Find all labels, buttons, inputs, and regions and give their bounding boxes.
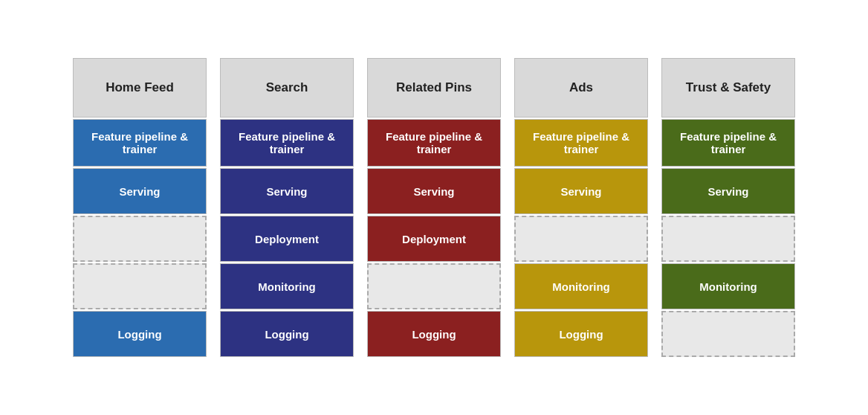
cell-search-4: Logging <box>220 311 354 357</box>
cell-home-feed-1: Serving <box>73 168 207 214</box>
cell-trust-safety-0: Feature pipeline & trainer <box>661 119 795 167</box>
cell-search-3: Monitoring <box>220 263 354 309</box>
cell-trust-safety-1: Serving <box>661 168 795 214</box>
cell-related-pins-2: Deployment <box>367 216 501 262</box>
column-ads: AdsFeature pipeline & trainerServingMoni… <box>514 58 648 357</box>
cell-ads-3: Monitoring <box>514 263 648 309</box>
cell-empty-home-feed-2 <box>73 216 207 262</box>
column-header-trust-safety: Trust & Safety <box>661 58 795 118</box>
cell-related-pins-4: Logging <box>367 311 501 357</box>
column-header-search: Search <box>220 58 354 118</box>
cell-home-feed-0: Feature pipeline & trainer <box>73 119 207 167</box>
cell-search-1: Serving <box>220 168 354 214</box>
cell-related-pins-0: Feature pipeline & trainer <box>367 119 501 167</box>
column-trust-safety: Trust & SafetyFeature pipeline & trainer… <box>661 58 795 357</box>
cell-search-0: Feature pipeline & trainer <box>220 119 354 167</box>
cell-empty-home-feed-3 <box>73 263 207 309</box>
cell-empty-related-pins-3 <box>367 263 501 309</box>
cell-ads-4: Logging <box>514 311 648 357</box>
cell-empty-ads-2 <box>514 216 648 262</box>
cell-empty-trust-safety-2 <box>661 216 795 262</box>
cell-empty-trust-safety-4 <box>661 311 795 357</box>
column-home-feed: Home FeedFeature pipeline & trainerServi… <box>73 58 207 357</box>
column-header-ads: Ads <box>514 58 648 118</box>
cell-ads-1: Serving <box>514 168 648 214</box>
column-search: SearchFeature pipeline & trainerServingD… <box>220 58 354 357</box>
cell-ads-0: Feature pipeline & trainer <box>514 119 648 167</box>
cell-trust-safety-3: Monitoring <box>661 263 795 309</box>
cell-search-2: Deployment <box>220 216 354 262</box>
column-related-pins: Related PinsFeature pipeline & trainerSe… <box>367 58 501 357</box>
column-header-related-pins: Related Pins <box>367 58 501 118</box>
cell-related-pins-1: Serving <box>367 168 501 214</box>
column-header-home-feed: Home Feed <box>73 58 207 118</box>
diagram: Home FeedFeature pipeline & trainerServi… <box>43 40 825 375</box>
cell-home-feed-4: Logging <box>73 311 207 357</box>
